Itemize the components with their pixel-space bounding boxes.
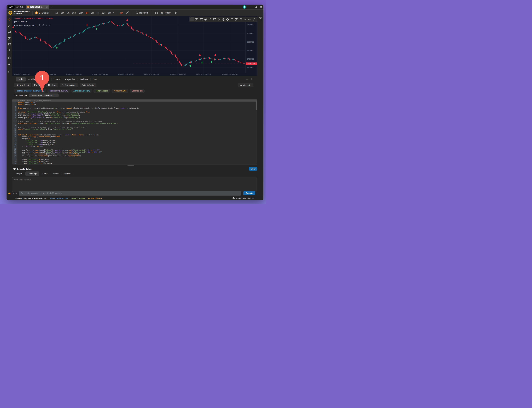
tool-circle-icon[interactable] bbox=[204, 18, 208, 21]
tf-2h[interactable]: 2H bbox=[90, 11, 95, 15]
tf-3m[interactable]: 3m bbox=[60, 11, 65, 15]
add-to-chart-button[interactable]: Add to Chart bbox=[60, 83, 78, 87]
panel-expand-icon[interactable] bbox=[251, 78, 254, 81]
code-line[interactable]: 16alert("manual-strategy-alert", freq="o… bbox=[12, 128, 257, 130]
code-line[interactable]: 19def build_signal_frame(df: pd.DataFram… bbox=[12, 134, 257, 136]
trend-line-tool-icon[interactable] bbox=[8, 25, 11, 27]
code-line[interactable]: 25 } | dict(params or {}) bbox=[12, 145, 257, 147]
code-line[interactable]: 11 bbox=[12, 119, 257, 120]
replay-button[interactable]: ≪ Replay bbox=[160, 11, 171, 14]
symbol-button[interactable]: ฿ BTCUSDT bbox=[35, 11, 49, 14]
code-line[interactable]: 29 buy_signal = ta.crossover(ema_fast, e… bbox=[12, 153, 257, 155]
code-line[interactable]: 34 frame["buy_signal"] = buy_signal bbox=[12, 162, 257, 164]
tf-4h[interactable]: 4H bbox=[95, 11, 100, 15]
code-line[interactable]: 4 bbox=[12, 105, 257, 107]
chevron-down-icon[interactable]: ▼ bbox=[113, 12, 114, 14]
tool-ellipse-icon[interactable] bbox=[226, 18, 229, 21]
star-favorites-icon[interactable]: ★ bbox=[8, 192, 11, 196]
remove-strategy-icon[interactable]: × bbox=[46, 24, 47, 26]
fib-retracement-tool-icon[interactable] bbox=[8, 31, 11, 34]
crosshair-icon[interactable] bbox=[8, 18, 11, 21]
code-line[interactable]: 27 ema_fast = ta.ema(frame["close"], max… bbox=[12, 149, 257, 151]
tf-12h[interactable]: 12H bbox=[101, 11, 106, 15]
tf-15m[interactable]: 15m bbox=[71, 11, 77, 15]
code-line[interactable]: 23 "slow_period": int(slow_period), bbox=[12, 142, 257, 144]
code-line[interactable]: 2import numpy as np bbox=[12, 102, 257, 103]
console-tab-tester[interactable]: Tester bbox=[50, 171, 61, 176]
tab-btcusdt[interactable]: ฿ BTCUSDT 1h × bbox=[26, 5, 49, 9]
lock-open-icon[interactable] bbox=[8, 62, 11, 65]
code-line[interactable]: 1# @name: pynescript_alert_strategy bbox=[12, 100, 257, 102]
execute-button[interactable]: Execute bbox=[243, 191, 255, 195]
code-line[interactable]: 22 "fast_period": int(fast_period), bbox=[12, 140, 257, 142]
indicators-button[interactable]: Indicators bbox=[135, 11, 149, 14]
close-button[interactable]: ✕ bbox=[260, 6, 262, 8]
tool-arrow-down-icon[interactable] bbox=[217, 18, 221, 21]
console-tab-alerts[interactable]: Alerts bbox=[40, 171, 50, 176]
code-line[interactable]: 20 frame = df.copy().reset_index(drop=Tr… bbox=[12, 136, 257, 138]
visibility-icon[interactable] bbox=[39, 24, 41, 26]
tool-arrow-up-icon[interactable] bbox=[221, 18, 225, 21]
step-forward-button[interactable] bbox=[174, 11, 178, 14]
tool-parallel-channel-icon[interactable] bbox=[239, 18, 243, 21]
tab-backtest[interactable]: Backtest bbox=[77, 77, 90, 81]
code-line[interactable]: 21 merged = { bbox=[12, 138, 257, 140]
code-line[interactable]: 30 sell_signal = ta.crossunder(ema_fast,… bbox=[12, 155, 257, 157]
tab-close-icon[interactable]: × bbox=[46, 6, 48, 8]
maximize-button[interactable] bbox=[255, 6, 257, 8]
tool-info-line-icon[interactable] bbox=[195, 18, 199, 21]
tab-historic[interactable]: Historic bbox=[40, 77, 51, 81]
time-axis[interactable]: 2026-03-22 12:00:002026-03-23 08:00:0020… bbox=[12, 73, 245, 76]
console-toggle-button[interactable]: — Console bbox=[238, 83, 254, 87]
tab-script[interactable]: Script bbox=[16, 77, 26, 81]
code-line[interactable]: 9slow_period = input.int(21, title="Slow… bbox=[12, 115, 257, 117]
console-output-area[interactable]: Pine Logs surface bbox=[12, 177, 257, 192]
tab-live[interactable]: Live bbox=[90, 77, 99, 81]
console-tab-pine-logs[interactable]: Pine Logs bbox=[25, 171, 39, 176]
minimize-button[interactable]: — bbox=[249, 6, 252, 8]
price-axis[interactable]: 71000.0070000.0069000.0068000.0067000.00… bbox=[245, 16, 257, 73]
legend-more-icon[interactable]: ··· bbox=[49, 24, 51, 26]
tab-positions[interactable]: Positions bbox=[26, 77, 39, 81]
code-line[interactable]: 14 bbox=[12, 124, 257, 126]
code-line[interactable]: 33 frame["ema_slow"] = ema_slow bbox=[12, 161, 257, 163]
tool-rectangle-icon[interactable] bbox=[213, 18, 216, 21]
candlestick-style-button[interactable] bbox=[119, 11, 124, 15]
tool-extended-line-icon[interactable] bbox=[199, 18, 203, 21]
settings-icon[interactable] bbox=[42, 24, 44, 26]
tool-horizontal-ray-icon[interactable] bbox=[248, 18, 252, 21]
clear-button[interactable]: Clear bbox=[249, 167, 257, 170]
console-tab-profiler[interactable]: Profiler bbox=[62, 171, 73, 176]
avatar[interactable]: T bbox=[243, 5, 246, 9]
open-button[interactable]: Open bbox=[32, 83, 45, 87]
new-script-button[interactable]: New Script bbox=[14, 83, 31, 87]
code-line[interactable]: 26 bbox=[12, 147, 257, 149]
example-dropdown[interactable]: Chart Visual: Candlestick ▼ bbox=[29, 94, 58, 97]
tf-5m[interactable]: 5m bbox=[65, 11, 71, 15]
code-line[interactable]: 6 bbox=[12, 109, 257, 111]
code-line[interactable]: 5from source.gui.scripts_editor.pynescri… bbox=[12, 107, 257, 109]
tab-orders[interactable]: Orders bbox=[51, 77, 63, 81]
pip-command-input[interactable] bbox=[19, 191, 241, 196]
tf-1h-active[interactable]: 1H bbox=[85, 11, 89, 15]
editor-horizontal-scrollbar[interactable] bbox=[127, 165, 134, 166]
code-line[interactable]: 8fast_period = input.int(9, title="Fast … bbox=[12, 113, 257, 115]
code-line[interactable]: 15# alert(...) records a runtime alert c… bbox=[12, 126, 257, 128]
console-tab-output[interactable]: Output bbox=[14, 171, 25, 176]
code-line[interactable]: 10trade_qty = input.float(1.0, title="Tr… bbox=[12, 117, 257, 119]
tool-price-line-icon[interactable] bbox=[243, 18, 247, 21]
code-line[interactable]: 28 ema_slow = ta.ema(frame["close"], max… bbox=[12, 151, 257, 153]
tf-30m[interactable]: 30m bbox=[78, 11, 84, 15]
code-line[interactable]: 17 bbox=[12, 130, 257, 132]
go-to-date-button[interactable] bbox=[154, 11, 159, 14]
tool-trend-icon[interactable] bbox=[252, 18, 256, 21]
save-button[interactable]: Save bbox=[46, 83, 58, 87]
tab-properties[interactable]: Properties bbox=[63, 77, 77, 81]
tool-price-range-icon[interactable] bbox=[234, 18, 238, 21]
code-line[interactable]: 13alertcondition(True, title="EMA Cross … bbox=[12, 123, 257, 125]
tf-1d[interactable]: 1D bbox=[107, 11, 112, 15]
price-range-tool-icon[interactable] bbox=[8, 37, 11, 40]
new-tab-button[interactable]: + bbox=[51, 6, 53, 8]
code-line[interactable]: 31 bbox=[12, 157, 257, 159]
trash-icon[interactable] bbox=[8, 70, 11, 73]
